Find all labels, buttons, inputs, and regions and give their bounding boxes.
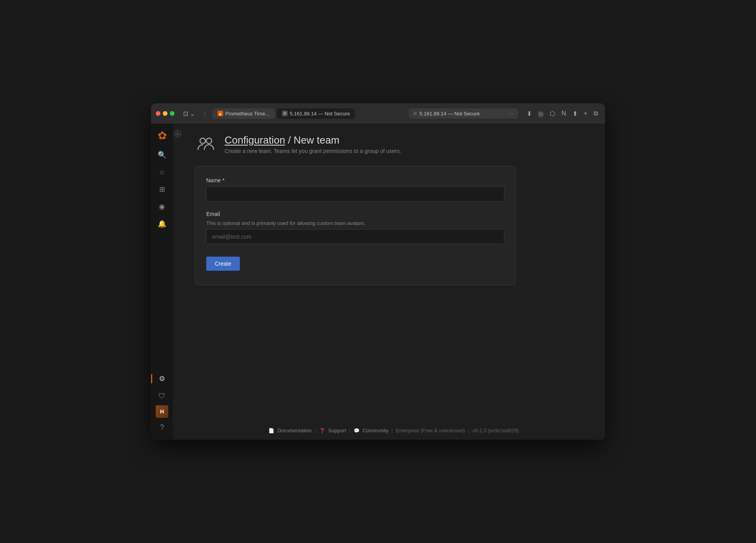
sidebar-item-starred[interactable]: ☆ xyxy=(154,164,170,180)
name-field-group: Name * xyxy=(206,177,504,201)
tab-prometheus[interactable]: 🔥 Prometheus Time... xyxy=(212,108,275,119)
page-icon xyxy=(195,133,217,155)
footer: 📄 Documentation | ❓ Support | 💬 Communit… xyxy=(182,421,605,440)
tab-favicon: ✕ xyxy=(282,111,288,116)
tab-active-label: 5.161.89.14 — Not Secure xyxy=(290,111,350,117)
footer-sep-1: | xyxy=(315,428,316,433)
maximize-button[interactable] xyxy=(170,111,175,116)
community-link[interactable]: Community xyxy=(363,428,389,433)
admin-gear-icon: ⚙ xyxy=(159,374,165,383)
sidebar-toggle-area: › xyxy=(173,124,182,440)
email-field-group: Email This is optional and is primarily … xyxy=(206,211,504,244)
back-button[interactable]: ‹ xyxy=(200,108,209,119)
support-link[interactable]: Support xyxy=(328,428,346,433)
version-label: v9.2.3 (ec9c2ed029) xyxy=(473,428,519,433)
address-bar-more-icon[interactable]: ··· xyxy=(509,110,513,117)
new-tab-button[interactable]: + xyxy=(581,108,590,119)
sidebar-logo[interactable]: ✿ xyxy=(155,128,169,142)
avatar-text: H xyxy=(160,408,164,415)
page-title-group: Configuration / New team Create a new te… xyxy=(225,134,401,154)
tabs-bar: 🔥 Prometheus Time... ✕ 5.161.89.14 — Not… xyxy=(212,108,405,119)
help-icon: ? xyxy=(160,423,164,432)
address-bar-text: 5.161.89.14 — Not Secure xyxy=(419,111,506,117)
star-icon: ☆ xyxy=(159,168,165,176)
tab-active[interactable]: ✕ 5.161.89.14 — Not Secure ··· xyxy=(277,108,355,119)
breadcrumb: Configuration / New team xyxy=(225,134,401,146)
user-avatar[interactable]: H xyxy=(156,405,168,418)
doc-icon: 📄 xyxy=(268,428,274,433)
page-subtitle: Create a new team. Teams let you grant p… xyxy=(225,148,401,154)
documentation-link[interactable]: Documentation xyxy=(277,428,311,433)
team-icon xyxy=(196,135,215,153)
svg-point-0 xyxy=(200,138,205,144)
name-label: Name * xyxy=(206,177,504,183)
breadcrumb-link[interactable]: Configuration xyxy=(225,134,285,146)
create-button[interactable]: Create xyxy=(206,257,240,271)
sidebar-item-alerting[interactable]: 🔔 xyxy=(154,216,170,232)
tab-label: Prometheus Time... xyxy=(225,111,270,117)
close-button[interactable] xyxy=(156,111,160,116)
search-icon: 🔍 xyxy=(158,151,166,159)
main-area: Configuration / New team Create a new te… xyxy=(182,124,605,440)
sidebar-item-shield[interactable]: 🛡 xyxy=(154,388,170,404)
browser-window: ⊡ ⌄ ‹ 🔥 Prometheus Time... ✕ 5.161.89.14… xyxy=(151,103,605,440)
dashboards-icon: ⊞ xyxy=(159,185,165,194)
form-card: Name * Email This is optional and is pri… xyxy=(195,166,516,285)
collapse-sidebar-button[interactable]: › xyxy=(174,130,182,138)
email-hint: This is optional and is primarily used f… xyxy=(206,220,504,226)
edition-label: Enterprise (Free & unlicensed) xyxy=(396,428,465,433)
extensions-button[interactable]: ⬡ xyxy=(547,108,558,119)
shield-button[interactable]: ◎ xyxy=(536,108,546,119)
sidebar-item-explore[interactable]: ◉ xyxy=(154,199,170,214)
email-input[interactable] xyxy=(206,229,504,244)
svg-point-1 xyxy=(206,138,212,144)
email-label: Email xyxy=(206,211,504,217)
tab-close-icon[interactable]: ··· xyxy=(354,111,355,116)
page-header: Configuration / New team Create a new te… xyxy=(195,133,592,155)
tab-overview-button[interactable]: ⧉ xyxy=(591,108,600,119)
app-content: ✿ 🔍 ☆ ⊞ ◉ 🔔 ⚙ 🛡 xyxy=(151,124,605,440)
download-button[interactable]: ⬇ xyxy=(524,108,534,119)
share-button[interactable]: ⬆ xyxy=(570,108,580,119)
footer-sep-2: | xyxy=(349,428,350,433)
minimize-button[interactable] xyxy=(163,111,167,116)
browser-actions: ⬇ ◎ ⬡ N ⬆ + ⧉ xyxy=(524,108,600,119)
sidebar-item-admin[interactable]: ⚙ xyxy=(154,371,170,387)
traffic-lights xyxy=(156,111,175,116)
breadcrumb-separator: / xyxy=(288,134,293,146)
sidebar-item-search[interactable]: 🔍 xyxy=(154,147,170,163)
support-icon: ❓ xyxy=(319,428,325,433)
shield-icon: 🛡 xyxy=(158,392,166,400)
grafana-logo-icon: ✿ xyxy=(158,129,167,142)
address-bar[interactable]: ⊘ 5.161.89.14 — Not Secure ··· xyxy=(409,108,518,119)
sidebar-item-help[interactable]: ? xyxy=(154,419,170,435)
content-area: Configuration / New team Create a new te… xyxy=(182,124,605,421)
alerting-icon: 🔔 xyxy=(158,219,166,228)
sidebar-item-dashboards[interactable]: ⊞ xyxy=(154,182,170,197)
sidebar-toggle-button[interactable]: ⊡ ⌄ xyxy=(181,108,197,119)
browser-chrome: ⊡ ⌄ ‹ 🔥 Prometheus Time... ✕ 5.161.89.14… xyxy=(151,103,605,124)
footer-sep-3: | xyxy=(391,428,392,433)
address-bar-security-icon: ⊘ xyxy=(413,111,417,116)
notion-button[interactable]: N xyxy=(559,108,569,119)
prometheus-favicon: 🔥 xyxy=(218,111,223,116)
explore-icon: ◉ xyxy=(159,202,165,211)
breadcrumb-current: New team xyxy=(293,134,339,146)
community-icon: 💬 xyxy=(354,428,360,433)
footer-sep-4: | xyxy=(468,428,469,433)
name-input[interactable] xyxy=(206,187,504,201)
sidebar: ✿ 🔍 ☆ ⊞ ◉ 🔔 ⚙ 🛡 xyxy=(151,124,173,440)
